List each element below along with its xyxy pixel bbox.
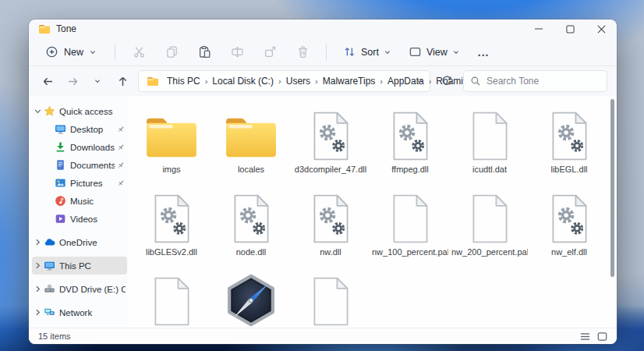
items-count: 15 items bbox=[38, 332, 71, 341]
file-item-nw-dll[interactable]: nw.dll bbox=[291, 183, 370, 266]
close-button[interactable] bbox=[586, 20, 617, 38]
file-list-area: imgs locales d3dcompiler_47.dll ffmpeg.d… bbox=[129, 96, 617, 328]
title-bar: Tone bbox=[29, 20, 617, 38]
file-item-file[interactable] bbox=[291, 266, 370, 328]
address-bar[interactable]: This PC›Local Disk (C:)›Users›MalwareTip… bbox=[138, 70, 430, 92]
breadcrumb-segment[interactable]: Users bbox=[283, 74, 313, 88]
sidebar-item-downloads[interactable]: Downloads bbox=[32, 138, 127, 156]
details-view-button[interactable] bbox=[576, 329, 593, 343]
breadcrumb: This PC›Local Disk (C:)›Users›MalwareTip… bbox=[164, 74, 411, 88]
share-button bbox=[256, 41, 284, 63]
folder-icon bbox=[143, 101, 200, 161]
file-item-nw-200-percent-pak[interactable]: nw_200_percent.pak bbox=[450, 183, 529, 266]
documents-icon bbox=[54, 159, 66, 172]
sidebar-item-videos[interactable]: Videos bbox=[32, 210, 127, 228]
sidebar-item-label: This PC bbox=[59, 261, 126, 271]
view-box-icon bbox=[409, 45, 422, 58]
search-input[interactable] bbox=[487, 76, 600, 87]
sidebar-item-label: OneDrive bbox=[59, 238, 126, 247]
sidebar-item-onedrive[interactable]: OneDrive bbox=[32, 233, 127, 251]
pin-icon bbox=[116, 125, 126, 134]
chevron-down-icon bbox=[416, 77, 423, 85]
refresh-button[interactable] bbox=[437, 72, 457, 90]
file-item-label: ffmpeg.dll bbox=[391, 165, 429, 174]
breadcrumb-segment[interactable]: This PC bbox=[164, 74, 203, 88]
search-box bbox=[463, 70, 607, 92]
sidebar-item-network[interactable]: Network bbox=[32, 303, 127, 321]
file-item-file[interactable] bbox=[132, 266, 211, 328]
sidebar-item-label: Desktop bbox=[70, 125, 115, 134]
file-item-label: node.dll bbox=[236, 247, 267, 257]
up-arrow-icon bbox=[116, 75, 129, 88]
title-bar-drag-area[interactable] bbox=[76, 20, 523, 38]
file-item-node-dll[interactable]: node.dll bbox=[211, 183, 291, 266]
maximize-button[interactable] bbox=[554, 20, 586, 38]
rename-icon bbox=[231, 45, 244, 58]
refresh-icon bbox=[441, 75, 453, 87]
file-item-app-compass[interactable] bbox=[211, 266, 291, 328]
tree-chevron-icon[interactable] bbox=[32, 261, 43, 270]
file-item-icudtl-dat[interactable]: icudtl.dat bbox=[450, 101, 529, 183]
file-item-label: nw_100_percent.pak bbox=[372, 247, 448, 257]
pin-icon bbox=[116, 161, 126, 170]
file-item-imgs[interactable]: imgs bbox=[132, 101, 211, 183]
sidebar-item-dvd-drive-e-cdrc[interactable]: DVD Drive (E:) CDRC bbox=[32, 280, 127, 298]
sidebar-item-music[interactable]: Music bbox=[32, 192, 127, 210]
history-dropdown-button[interactable] bbox=[88, 72, 107, 90]
vertical-scrollbar[interactable] bbox=[610, 99, 614, 277]
breadcrumb-segment[interactable]: MalwareTips bbox=[320, 74, 379, 88]
large-icons-view-button[interactable] bbox=[593, 329, 610, 343]
dll-icon bbox=[390, 101, 431, 161]
sidebar-item-this-pc[interactable]: This PC bbox=[32, 257, 127, 275]
file-item-nw-100-percent-pak[interactable]: nw_100_percent.pak bbox=[370, 183, 450, 266]
address-dropdown-button[interactable] bbox=[414, 72, 425, 90]
tree-chevron-icon[interactable] bbox=[32, 285, 43, 293]
file-item-ffmpeg-dll[interactable]: ffmpeg.dll bbox=[370, 101, 450, 183]
pin-icon bbox=[116, 179, 126, 188]
file-item-label: nw_200_percent.pak bbox=[451, 247, 528, 257]
file-item-d3dcompiler-47-dll[interactable]: d3dcompiler_47.dll bbox=[291, 101, 370, 183]
up-button[interactable] bbox=[113, 72, 132, 90]
dvd-icon bbox=[43, 283, 55, 296]
details-view-icon bbox=[580, 332, 590, 342]
file-item-label: icudtl.dat bbox=[472, 165, 507, 174]
file-item-nw-elf-dll[interactable]: nw_elf.dll bbox=[529, 183, 609, 266]
sidebar: Quick access Desktop Downloads Documents… bbox=[29, 96, 129, 328]
large-icons-view-icon bbox=[597, 332, 607, 342]
back-arrow-icon bbox=[41, 75, 55, 88]
file-item-libglesv2-dll[interactable]: libGLESv2.dll bbox=[132, 183, 211, 266]
sidebar-item-quick-access[interactable]: Quick access bbox=[32, 102, 127, 120]
minimize-button[interactable] bbox=[523, 20, 554, 38]
more-options-button[interactable]: ... bbox=[470, 44, 497, 60]
paste-icon bbox=[198, 45, 211, 58]
tree-chevron-icon[interactable] bbox=[32, 238, 43, 246]
view-button[interactable]: View bbox=[402, 41, 467, 62]
new-button[interactable]: New bbox=[37, 41, 105, 62]
forward-button[interactable] bbox=[63, 72, 82, 90]
sidebar-item-label: Quick access bbox=[59, 107, 126, 116]
sidebar-item-documents[interactable]: Documents bbox=[32, 156, 127, 174]
sidebar-item-desktop[interactable]: Desktop bbox=[32, 120, 127, 138]
videos-icon bbox=[54, 213, 66, 225]
file-item-locales[interactable]: locales bbox=[211, 101, 291, 183]
sidebar-item-label: Documents bbox=[70, 161, 115, 170]
maximize-icon bbox=[566, 25, 575, 34]
search-icon bbox=[470, 76, 481, 87]
file-item-libegl-dll[interactable]: libEGL.dll bbox=[529, 101, 609, 183]
paste-button[interactable] bbox=[190, 41, 218, 63]
back-button[interactable] bbox=[38, 72, 57, 90]
folder-icon bbox=[38, 23, 51, 34]
file-icon bbox=[310, 266, 352, 327]
dll-icon bbox=[310, 101, 352, 161]
file-icon bbox=[469, 183, 511, 244]
chevron-down-icon bbox=[89, 48, 97, 56]
tree-chevron-icon[interactable] bbox=[32, 308, 43, 317]
breadcrumb-segment[interactable]: Local Disk (C:) bbox=[209, 74, 277, 88]
tree-chevron-icon[interactable] bbox=[32, 107, 43, 115]
files-grid: imgs locales d3dcompiler_47.dll ffmpeg.d… bbox=[129, 96, 617, 328]
sort-button[interactable]: Sort bbox=[336, 41, 398, 62]
file-item-label: nw_elf.dll bbox=[551, 247, 587, 257]
music-icon bbox=[54, 195, 66, 207]
file-explorer-window: Tone New Sort View ... bbox=[29, 20, 617, 344]
sidebar-item-pictures[interactable]: Pictures bbox=[32, 174, 127, 192]
